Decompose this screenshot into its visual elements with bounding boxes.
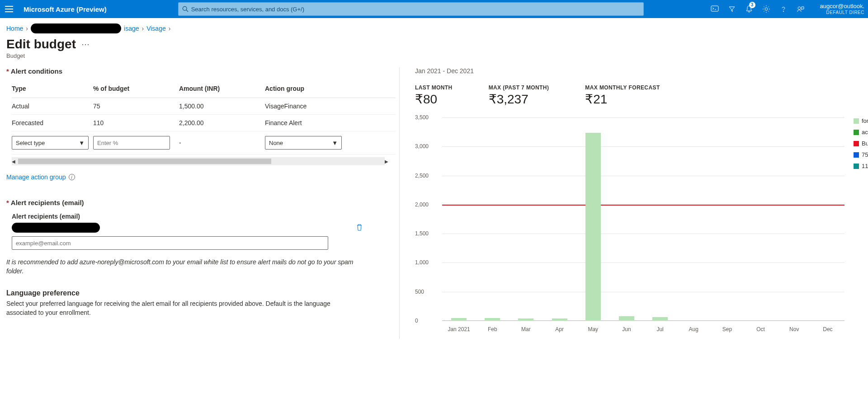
legend-swatch-icon: [854, 130, 859, 135]
chart-ytick: 2,000: [415, 201, 429, 208]
chevron-down-icon: ▼: [332, 140, 338, 146]
table-row: Actual 75 1,500.00 VisageFinance: [12, 98, 396, 115]
scrollbar-thumb[interactable]: [18, 159, 271, 164]
svg-rect-5: [711, 6, 718, 11]
manage-action-group-link[interactable]: Manage action group: [6, 173, 66, 181]
chart-ytick: 1,000: [415, 259, 429, 266]
help-icon: [780, 5, 787, 13]
budget-reference-line: [442, 205, 844, 206]
kpi-row: LAST MONTH ₹80 MAX (PAST 7 MONTH) ₹3,237…: [415, 84, 868, 107]
chevron-right-icon: ›: [169, 25, 171, 32]
legend-swatch-icon: [854, 152, 859, 158]
delete-recipient-button[interactable]: [356, 223, 363, 233]
col-pct: % of budget: [93, 81, 179, 98]
top-bar: Microsoft Azure (Preview) 3 augcor@outlo…: [0, 0, 868, 18]
chart-xtick: Mar: [521, 326, 531, 332]
new-condition-row: Select type ▼ - None ▼: [12, 131, 396, 154]
chart-gridline: [442, 262, 844, 263]
chart-xtick: Dec: [823, 326, 832, 332]
chart-gridline: [442, 292, 844, 292]
action-group-select[interactable]: None ▼: [265, 136, 342, 150]
help-button[interactable]: [776, 0, 791, 18]
chart-ytick: 2,500: [415, 173, 429, 179]
chart-date-range: Jan 2021 - Dec 2021: [415, 67, 868, 75]
svg-point-8: [783, 11, 784, 12]
svg-point-7: [765, 8, 768, 10]
recipient-help-text: It is recommended to add azure-noreply@m…: [6, 258, 359, 276]
directory-filter-button[interactable]: [724, 0, 740, 18]
type-select[interactable]: Select type ▼: [12, 136, 89, 150]
chart-bar: [619, 316, 634, 321]
chevron-right-icon: ›: [26, 25, 28, 32]
table-horizontal-scrollbar[interactable]: ◀ ▶: [12, 157, 385, 165]
svg-point-9: [798, 7, 801, 9]
notifications-button[interactable]: 3: [741, 0, 757, 18]
chart-gridline: [442, 176, 844, 176]
alert-recipients-header: *Alert recipients (email): [6, 199, 390, 206]
svg-rect-1: [5, 9, 13, 9]
breadcrumb-redacted: [31, 23, 121, 33]
svg-line-4: [186, 10, 188, 12]
chart-bar: [518, 318, 533, 321]
global-search[interactable]: [178, 2, 644, 16]
percent-input[interactable]: [93, 136, 170, 150]
left-pane: *Alert conditions Type % of budget Amoun…: [6, 67, 400, 339]
feedback-button[interactable]: [793, 0, 808, 18]
alert-recipients-column: Alert recipients (email): [12, 213, 390, 220]
chart-bar: [652, 317, 668, 321]
hamburger-menu[interactable]: [0, 0, 18, 18]
page-title: Edit budget: [6, 37, 76, 51]
gear-icon: [762, 5, 770, 13]
recipient-email-redacted: [12, 223, 100, 233]
chart-gridline: [442, 234, 844, 234]
chart-xtick: Oct: [756, 326, 765, 332]
cloud-shell-button[interactable]: [707, 0, 722, 18]
chart-xtick: Jun: [622, 326, 631, 332]
chart-gridline: [442, 146, 844, 147]
legend-swatch-icon: [854, 141, 859, 146]
chart-ytick: 1,500: [415, 230, 429, 237]
chart-bar: [485, 318, 500, 321]
chart-xtick: Nov: [789, 326, 799, 332]
right-pane: Jan 2021 - Dec 2021 LAST MONTH ₹80 MAX (…: [400, 67, 868, 339]
chart-xtick: Sep: [722, 326, 732, 332]
chart-xtick: May: [588, 326, 598, 332]
required-star-icon: *: [6, 67, 9, 75]
breadcrumb-home[interactable]: Home: [6, 25, 23, 32]
legend-swatch-icon: [854, 164, 859, 169]
table-row: Forecasted 110 2,200.00 Finance Alert: [12, 115, 396, 131]
legend-swatch-icon: [854, 118, 859, 124]
feedback-icon: [797, 5, 805, 13]
breadcrumb-visage[interactable]: Visage: [146, 25, 166, 32]
filter-icon: [728, 5, 736, 13]
add-recipient-input[interactable]: [12, 236, 328, 250]
col-action: Action group: [265, 81, 396, 98]
search-icon: [182, 6, 189, 12]
chevron-right-icon: ›: [142, 25, 144, 32]
scroll-right-icon[interactable]: ▶: [369, 159, 385, 164]
budget-chart: 05001,0001,5002,0002,5003,0003,500Jan 20…: [415, 117, 844, 339]
info-icon[interactable]: i: [69, 174, 75, 180]
chart-ytick: 0: [415, 318, 418, 324]
settings-button[interactable]: [759, 0, 774, 18]
legend-item: 75% thresh...: [854, 151, 868, 158]
chart-ytick: 3,000: [415, 143, 429, 150]
legend-item: Budget: [854, 140, 868, 147]
notification-count: 3: [749, 2, 755, 8]
kpi-max-past: MAX (PAST 7 MONTH) ₹3,237: [489, 84, 549, 107]
chart-xtick: Jul: [656, 326, 663, 332]
breadcrumb: Home › isage › Visage ›: [6, 23, 862, 33]
chart-legend: forecastactualBudget75% thresh...110% th…: [854, 117, 868, 339]
required-star-icon: *: [6, 199, 9, 206]
more-actions-button[interactable]: ⋯: [81, 39, 90, 49]
page-subtitle: Budget: [6, 52, 862, 59]
account-email: augcor@outlook.: [820, 3, 864, 9]
kpi-last-month: LAST MONTH ₹80: [415, 84, 453, 107]
alert-conditions-table: Type % of budget Amount (INR) Action gro…: [12, 81, 396, 154]
chart-plot-area: [442, 117, 844, 321]
cloud-shell-icon: [711, 5, 719, 13]
account-block[interactable]: augcor@outlook. DEFAULT DIREC: [815, 3, 864, 14]
breadcrumb-item-tail[interactable]: isage: [124, 25, 139, 32]
amount-placeholder: -: [179, 131, 265, 154]
search-input[interactable]: [191, 6, 640, 13]
